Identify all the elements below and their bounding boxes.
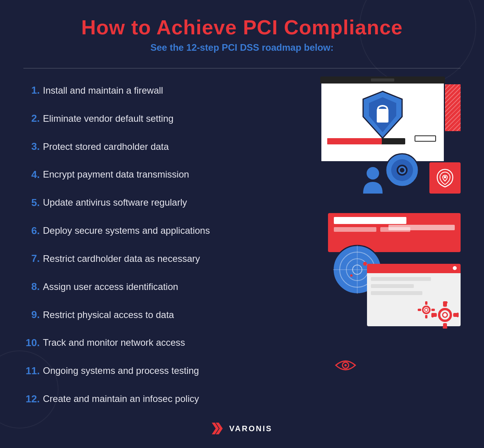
step-item: 6. Deploy secure systems and application… xyxy=(23,222,281,239)
step-text: Restrict cardholder data as necessary xyxy=(43,253,200,264)
step-item: 2. Eliminate vendor default setting xyxy=(23,110,281,127)
step-text: Track and monitor network access xyxy=(43,337,185,348)
svg-point-27 xyxy=(443,313,447,317)
step-item: 1. Install and maintain a firewall xyxy=(23,82,281,99)
step-text: Create and maintain an infosec policy xyxy=(43,393,199,404)
varonis-brand-name: VARONIS xyxy=(229,424,273,433)
step-text: Assign user access identification xyxy=(43,281,178,292)
svg-rect-39 xyxy=(425,315,427,318)
svg-rect-41 xyxy=(431,309,435,311)
step-text: Update antivirus software regularly xyxy=(43,197,187,208)
browser-window xyxy=(367,264,461,326)
svg-rect-9 xyxy=(401,181,403,186)
step-item: 10. Track and monitor network access xyxy=(23,334,281,351)
svg-rect-8 xyxy=(401,155,403,159)
step-item: 12. Create and maintain an infosec polic… xyxy=(23,391,281,407)
step-text: Ongoing systems and process testing xyxy=(43,365,199,376)
card-bar-1 xyxy=(334,217,406,224)
step-number: 8. xyxy=(23,281,40,293)
shield-icon xyxy=(359,89,406,142)
step-item: 7. Restrict cardholder data as necessary xyxy=(23,250,281,267)
svg-rect-11 xyxy=(413,169,418,171)
step-number: 1. xyxy=(23,84,40,96)
svg-rect-10 xyxy=(386,169,391,171)
gear-circle xyxy=(385,153,420,189)
varonis-logo: VARONIS xyxy=(212,423,273,434)
footer: VARONIS xyxy=(23,417,461,436)
step-text: Eliminate vendor default setting xyxy=(43,113,174,124)
step-number: 3. xyxy=(23,140,40,153)
svg-rect-38 xyxy=(425,301,427,305)
step-text: Restrict physical access to data xyxy=(43,309,174,320)
step-item: 11. Ongoing systems and process testing xyxy=(23,363,281,379)
card-bar-2 xyxy=(388,225,455,230)
svg-point-43 xyxy=(344,364,347,366)
monitor-illustration xyxy=(308,76,461,190)
step-item: 5. Update antivirus software regularly xyxy=(23,194,281,211)
content-area: 1. Install and maintain a firewall 2. El… xyxy=(23,73,461,417)
step-text: Protect stored cardholder data xyxy=(43,141,169,152)
step-number: 6. xyxy=(23,225,40,237)
step-item: 8. Assign user access identification xyxy=(23,278,281,295)
fingerprint-box xyxy=(429,162,461,194)
step-text: Deploy secure systems and applications xyxy=(43,225,210,236)
step-number: 10. xyxy=(23,337,40,349)
step-text: Encrypt payment data transmission xyxy=(43,169,189,180)
progress-bar xyxy=(327,138,405,144)
svg-point-25 xyxy=(350,274,353,277)
progress-bar-empty xyxy=(415,135,436,142)
monitor-top-bar xyxy=(320,76,445,84)
svg-point-24 xyxy=(363,262,367,266)
gear-small-icon xyxy=(418,301,435,320)
monitor-screen xyxy=(320,76,445,162)
step-number: 4. xyxy=(23,169,40,181)
step-number: 5. xyxy=(23,197,40,209)
step-item: 3. Protect stored cardholder data xyxy=(23,138,281,155)
svg-point-17 xyxy=(444,176,446,178)
step-text: Install and maintain a firewall xyxy=(43,85,163,96)
eye-icon xyxy=(334,359,357,374)
varonis-chevrons-icon xyxy=(212,423,225,434)
gear-large-icon xyxy=(431,301,459,330)
svg-point-37 xyxy=(425,308,428,311)
step-number: 9. xyxy=(23,309,40,321)
page-container: How to Achieve PCI Compliance See the 12… xyxy=(0,0,484,448)
step-item: 9. Restrict physical access to data xyxy=(23,306,281,323)
illustration-area xyxy=(289,73,461,417)
steps-list: 1. Install and maintain a firewall 2. El… xyxy=(23,73,281,417)
svg-rect-40 xyxy=(418,309,421,311)
browser-close xyxy=(453,266,457,270)
step-item: 4. Encrypt payment data transmission xyxy=(23,166,281,183)
svg-point-16 xyxy=(367,167,379,180)
person-icon xyxy=(361,166,385,195)
step-number: 7. xyxy=(23,252,40,265)
step-number: 2. xyxy=(23,112,40,124)
